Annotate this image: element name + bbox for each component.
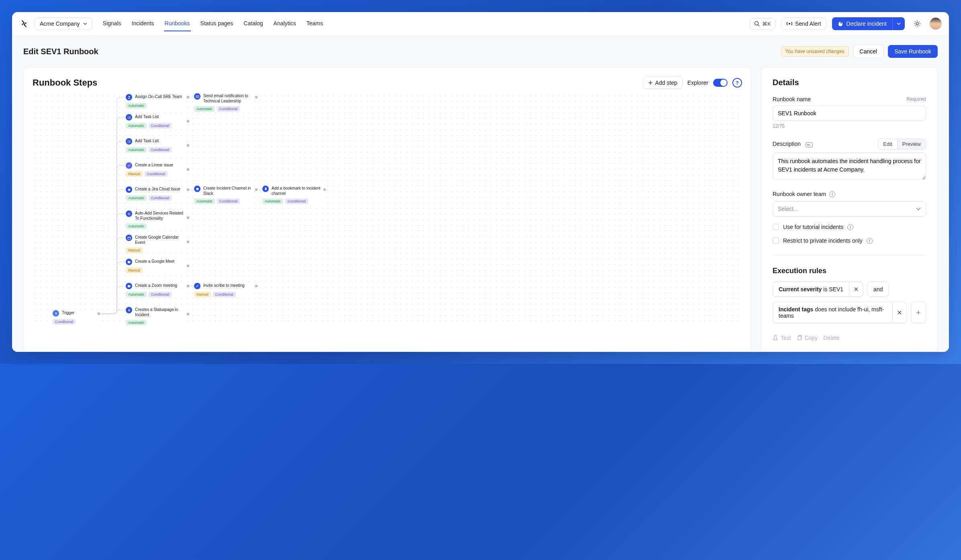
connector-dot[interactable] xyxy=(98,313,100,315)
step-node[interactable]: Auto-Add Services Related To Functionali… xyxy=(126,211,186,229)
cancel-button[interactable]: Cancel xyxy=(853,45,884,58)
help-button[interactable]: ? xyxy=(732,78,742,88)
tutorial-checkbox[interactable] xyxy=(773,224,779,230)
trigger-node[interactable]: Trigger Conditional xyxy=(53,310,101,325)
tag-automatic: Automatic xyxy=(262,198,283,204)
step-node[interactable]: Invite scribe to meeting ManualCondition… xyxy=(194,283,254,297)
connector-dot[interactable] xyxy=(255,96,258,98)
test-button[interactable]: Test xyxy=(773,335,791,341)
node-title: Send email notification to Technical Lea… xyxy=(203,93,254,104)
add-rule-button[interactable] xyxy=(911,302,926,323)
restrict-checkbox[interactable] xyxy=(773,237,779,244)
nav-runbooks[interactable]: Runbooks xyxy=(164,16,191,31)
step-node[interactable]: Add a bookmark to incident channel Autom… xyxy=(262,186,323,204)
connector-dot[interactable] xyxy=(187,313,189,315)
step-node[interactable]: Send email notification to Technical Lea… xyxy=(194,93,254,112)
list-icon xyxy=(126,114,132,121)
node-title: Create Incident Channel in Slack xyxy=(203,186,254,196)
step-node[interactable]: Add Task List AutomaticConditional xyxy=(126,138,186,153)
avatar[interactable] xyxy=(930,18,942,30)
connector-dot[interactable] xyxy=(187,188,189,191)
zoom-icon xyxy=(126,283,132,289)
step-node[interactable]: Creates a Statuspage.io Incident Automat… xyxy=(126,307,186,325)
search-shortcut: ⌘K xyxy=(762,21,771,27)
step-node[interactable]: Create a Linear issue ManualConditional xyxy=(126,162,186,177)
step-node[interactable]: Create Google Calendar Event Manual xyxy=(126,235,186,253)
step-node[interactable]: Assign On-Call SRE Team Automatic xyxy=(126,94,186,108)
tag-conditional: Conditional xyxy=(145,171,168,177)
step-node[interactable]: Add Task List AutomaticConditional xyxy=(126,114,186,129)
declare-dropdown[interactable] xyxy=(892,17,905,30)
connector-dot[interactable] xyxy=(187,120,189,123)
nav-status-pages[interactable]: Status pages xyxy=(200,16,234,31)
svg-rect-23 xyxy=(127,261,129,263)
description-textarea[interactable]: This runbook automates the incident hand… xyxy=(773,153,926,180)
add-step-button[interactable]: Add step xyxy=(643,76,683,89)
rule-chip[interactable]: Incident tags does not include fh-ui, ms… xyxy=(773,302,907,323)
connector-dot[interactable] xyxy=(187,241,189,243)
gear-icon xyxy=(913,20,921,28)
rule-chip[interactable]: Current severity is SEV1 xyxy=(773,282,863,297)
step-node[interactable]: Create a Google Meet Manual xyxy=(126,259,186,273)
linear-icon xyxy=(126,162,132,169)
declare-incident-button[interactable]: Declare incident xyxy=(832,17,905,30)
action-bar: Test Copy Delete xyxy=(773,335,926,341)
svg-point-15 xyxy=(127,140,128,141)
delete-button[interactable]: Delete xyxy=(823,335,839,341)
execution-rules-title: Execution rules xyxy=(773,267,926,275)
test-label: Test xyxy=(781,335,791,341)
and-chip[interactable]: and xyxy=(867,282,889,297)
tag-automatic: Automatic xyxy=(126,320,147,325)
remove-rule-button[interactable] xyxy=(849,282,863,296)
tag-automatic: Automatic xyxy=(126,195,147,201)
delete-label: Delete xyxy=(823,335,839,341)
connector-dot[interactable] xyxy=(187,285,189,287)
remove-rule-button[interactable] xyxy=(892,302,906,323)
send-alert-button[interactable]: Send Alert xyxy=(781,18,826,30)
content: Runbook Steps Add step Explorer ? xyxy=(12,67,949,352)
explorer-toggle[interactable] xyxy=(713,79,728,87)
save-runbook-button[interactable]: Save Runbook xyxy=(888,45,938,58)
tag-automatic: Automatic xyxy=(126,123,147,129)
connector-dot[interactable] xyxy=(255,285,258,287)
step-node[interactable]: Create Incident Channel in Slack Automat… xyxy=(194,186,254,204)
tag-automatic: Automatic xyxy=(126,292,147,297)
nav-catalog[interactable]: Catalog xyxy=(243,16,264,31)
svg-line-1 xyxy=(758,25,760,27)
broadcast-icon xyxy=(786,20,793,27)
connector-dot[interactable] xyxy=(323,188,326,191)
svg-point-10 xyxy=(127,117,128,117)
copy-button[interactable]: Copy xyxy=(797,335,818,341)
settings-button[interactable] xyxy=(910,17,924,31)
canvas[interactable]: Trigger Conditional Assign On-Call SRE T… xyxy=(33,93,742,326)
info-icon[interactable]: i xyxy=(847,224,853,230)
chevron-down-icon xyxy=(83,22,87,26)
send-alert-label: Send Alert xyxy=(795,20,821,27)
connector-dot[interactable] xyxy=(187,265,189,267)
connector-dot[interactable] xyxy=(187,168,189,171)
nav-teams[interactable]: Teams xyxy=(306,16,324,31)
connector-dot[interactable] xyxy=(187,217,189,219)
nav-signals[interactable]: Signals xyxy=(102,16,122,31)
nav-analytics[interactable]: Analytics xyxy=(273,16,297,31)
owner-team-select[interactable]: Select... xyxy=(773,201,926,217)
info-icon[interactable]: i xyxy=(829,191,835,197)
nav-incidents[interactable]: Incidents xyxy=(131,16,155,31)
search-button[interactable]: ⌘K xyxy=(750,18,775,30)
company-select[interactable]: Acme Company xyxy=(35,18,92,30)
step-node[interactable]: Create a Zoom meeting AutomaticCondition… xyxy=(126,283,186,297)
connector-dot[interactable] xyxy=(187,96,189,98)
canvas-panel: Runbook Steps Add step Explorer ? xyxy=(23,67,751,352)
list-icon xyxy=(126,138,132,145)
connector-dot[interactable] xyxy=(255,188,258,191)
edit-tab[interactable]: Edit xyxy=(878,139,897,149)
runbook-name-input[interactable] xyxy=(773,106,926,121)
tag-manual: Manual xyxy=(126,171,143,177)
step-node[interactable]: Create a Jira Cloud Issue AutomaticCondi… xyxy=(126,186,186,201)
connector-dot[interactable] xyxy=(187,144,189,147)
service-icon xyxy=(126,211,132,217)
info-icon[interactable]: i xyxy=(867,238,873,244)
bolt-icon xyxy=(53,310,59,317)
tag-conditional: Conditional xyxy=(217,106,240,112)
preview-tab[interactable]: Preview xyxy=(897,139,926,149)
